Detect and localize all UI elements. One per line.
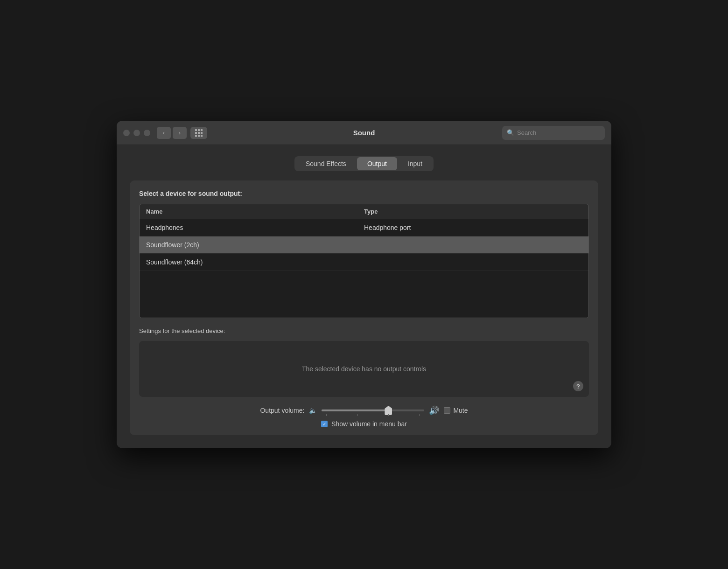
tab-bar: Sound Effects Output Input [294, 156, 434, 171]
volume-thumb[interactable] [385, 406, 392, 415]
device-type-soundflower64 [364, 258, 582, 266]
table-row[interactable]: Soundflower (2ch) [140, 236, 588, 254]
column-type: Type [364, 208, 582, 215]
no-controls-text: The selected device has no output contro… [302, 365, 426, 373]
grid-icon [195, 129, 203, 137]
volume-row: Output volume: 🔈 🔊 [139, 405, 589, 416]
tabs-container: Sound Effects Output Input [130, 156, 598, 171]
minimize-button[interactable] [133, 130, 140, 136]
tab-output[interactable]: Output [357, 157, 397, 170]
volume-label: Output volume: [260, 407, 304, 414]
table-row[interactable]: Soundflower (64ch) [140, 254, 588, 271]
settings-label: Settings for the selected device: [139, 327, 589, 334]
volume-track [322, 409, 424, 411]
tab-input[interactable]: Input [398, 157, 433, 170]
mute-area: Mute [444, 407, 468, 414]
device-type-headphones: Headphone port [364, 224, 582, 231]
device-name-soundflower64: Soundflower (64ch) [146, 258, 364, 266]
device-table: Name Type Headphones Headphone port Soun… [139, 204, 589, 318]
table-row[interactable]: Headphones Headphone port [140, 219, 588, 236]
tick-marks [322, 414, 424, 416]
show-volume-checkbox[interactable]: ✓ [321, 421, 328, 427]
search-icon: 🔍 [507, 129, 514, 136]
help-button[interactable]: ? [573, 381, 583, 391]
device-name-soundflower2: Soundflower (2ch) [146, 241, 364, 249]
device-name-headphones: Headphones [146, 224, 364, 231]
no-controls-area: The selected device has no output contro… [139, 341, 589, 397]
search-input[interactable] [517, 129, 600, 136]
maximize-button[interactable] [144, 130, 150, 136]
window-title: Sound [353, 129, 375, 137]
search-box: 🔍 [502, 126, 605, 140]
show-volume-label: Show volume in menu bar [331, 420, 407, 428]
tick [357, 414, 358, 416]
sound-preferences-window: ‹ › Sound 🔍 Sound Effects Output [117, 121, 611, 448]
volume-slider-container [322, 409, 424, 411]
output-panel: Select a device for sound output: Name T… [130, 180, 598, 435]
table-empty-area [140, 271, 588, 318]
volume-low-icon: 🔈 [309, 407, 317, 414]
tick [388, 414, 389, 416]
chevron-left-icon: ‹ [163, 129, 165, 136]
menubar-row: ✓ Show volume in menu bar [139, 420, 589, 428]
table-body: Headphones Headphone port Soundflower (2… [140, 219, 588, 318]
table-header: Name Type [140, 204, 588, 219]
column-name: Name [146, 208, 364, 215]
volume-track-fill [322, 409, 388, 411]
device-type-soundflower2 [364, 241, 582, 249]
chevron-right-icon: › [179, 129, 181, 136]
tick [326, 414, 327, 416]
mute-label: Mute [453, 407, 468, 414]
titlebar: ‹ › Sound 🔍 [117, 121, 611, 145]
close-button[interactable] [123, 130, 130, 136]
panel-title: Select a device for sound output: [139, 190, 589, 197]
tab-sound-effects[interactable]: Sound Effects [295, 157, 357, 170]
nav-buttons: ‹ › [157, 127, 187, 139]
mute-checkbox[interactable] [444, 407, 450, 414]
back-button[interactable]: ‹ [157, 127, 171, 139]
forward-button[interactable]: › [173, 127, 187, 139]
grid-view-button[interactable] [190, 127, 207, 139]
tick [419, 414, 420, 416]
content-area: Sound Effects Output Input Select a devi… [117, 145, 611, 448]
traffic-lights [123, 130, 150, 136]
volume-high-icon: 🔊 [429, 405, 439, 416]
